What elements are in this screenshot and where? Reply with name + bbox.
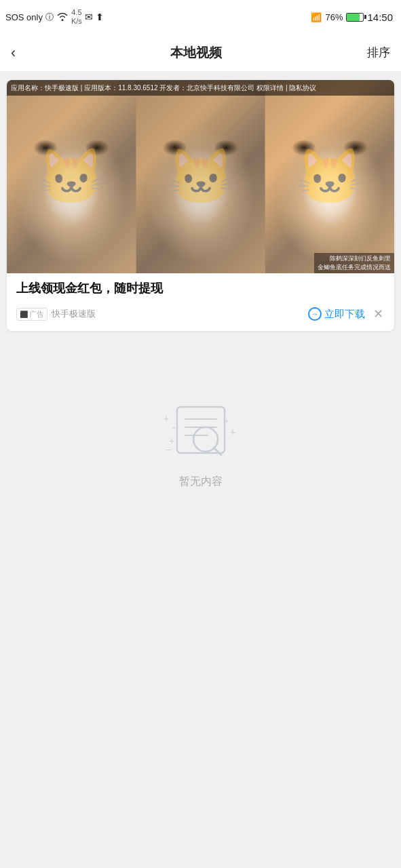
ad-overlay-bottom: 陈鹤深深刻们反鱼刺里 金鲫鱼底任务完成情况而送 bbox=[314, 253, 394, 273]
ad-image-panel-3 bbox=[265, 80, 394, 273]
ad-tag-icon: ⬛ bbox=[20, 311, 28, 318]
advertiser-label: 快手极速版 bbox=[52, 308, 96, 320]
status-right: 📶 76% 14:50 bbox=[311, 12, 393, 23]
overlay-bottom-line1: 陈鹤深深刻们反鱼刺里 bbox=[318, 254, 391, 263]
svg-text:+: + bbox=[230, 427, 235, 437]
empty-content-icon: + + + + + − bbox=[157, 393, 245, 461]
cat-image-2 bbox=[136, 80, 265, 273]
ad-image-panel-1 bbox=[7, 80, 136, 273]
svg-text:+: + bbox=[172, 425, 176, 432]
message-icon: ✉ bbox=[85, 12, 93, 22]
empty-text: 暂无内容 bbox=[179, 475, 223, 489]
battery-fill bbox=[347, 14, 359, 21]
empty-state: + + + + + − 暂无内容 bbox=[0, 339, 401, 516]
ad-label: ⬛ 广告 快手极速版 bbox=[16, 308, 96, 321]
ad-overlay-top: 应用名称：快手极速版 | 应用版本：11.8.30.6512 开发者：北京快手科… bbox=[7, 80, 394, 96]
overlay-bottom-line2: 金鲫鱼底任务完成情况而送 bbox=[318, 263, 391, 272]
ad-title: 上线领现金红包，随时提现 bbox=[7, 273, 394, 301]
status-bar: SOS only ⓘ 4.5 K/s ✉ ⬆ 📶 76% 14:50 bbox=[0, 0, 401, 34]
sim-icon: 📶 bbox=[311, 12, 322, 22]
wifi-icon bbox=[56, 12, 69, 23]
svg-rect-0 bbox=[177, 407, 225, 453]
cat-image-3 bbox=[265, 80, 394, 273]
ad-actions: → 立即下载 ✕ bbox=[308, 305, 385, 323]
sort-button[interactable]: 排序 bbox=[356, 45, 390, 60]
page-title: 本地视频 bbox=[35, 44, 356, 62]
sos-label: SOS only bbox=[5, 12, 43, 22]
cat-image-1 bbox=[7, 80, 136, 273]
time-label: 14:50 bbox=[367, 12, 393, 23]
download-icon: → bbox=[308, 307, 322, 321]
svg-text:+: + bbox=[225, 418, 229, 425]
close-ad-button[interactable]: ✕ bbox=[372, 305, 385, 323]
ad-card: 应用名称：快手极速版 | 应用版本：11.8.30.6512 开发者：北京快手科… bbox=[7, 80, 394, 331]
top-nav: ‹ 本地视频 排序 bbox=[0, 34, 401, 72]
sos-alert-icon: ⓘ bbox=[45, 12, 54, 23]
battery-icon bbox=[346, 13, 364, 22]
download-button[interactable]: → 立即下载 bbox=[308, 307, 365, 321]
ad-tag: ⬛ 广告 bbox=[16, 308, 47, 321]
ad-image-panel-2 bbox=[136, 80, 265, 273]
speed-label: 4.5 K/s bbox=[71, 8, 82, 26]
back-button[interactable]: ‹ bbox=[11, 44, 35, 62]
download-label: 立即下载 bbox=[324, 308, 365, 321]
ad-tag-text: 广告 bbox=[29, 309, 44, 319]
ad-image-container[interactable]: 应用名称：快手极速版 | 应用版本：11.8.30.6512 开发者：北京快手科… bbox=[7, 80, 394, 273]
status-left: SOS only ⓘ 4.5 K/s ✉ ⬆ bbox=[5, 8, 104, 26]
ad-footer: ⬛ 广告 快手极速版 → 立即下载 ✕ bbox=[7, 301, 394, 331]
upload-icon: ⬆ bbox=[96, 12, 104, 22]
svg-text:−: − bbox=[166, 444, 171, 455]
battery-pct-label: 76% bbox=[325, 12, 343, 22]
svg-text:+: + bbox=[164, 413, 169, 424]
svg-line-5 bbox=[214, 448, 221, 455]
